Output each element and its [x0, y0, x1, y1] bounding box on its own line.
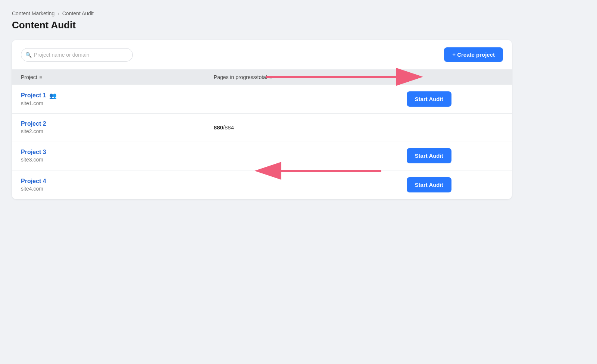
start-audit-button-4[interactable]: Start Audit	[407, 177, 451, 192]
action-cell-3: Start Audit	[407, 148, 503, 163]
table-row: Project 2site2.com880/884	[12, 114, 512, 141]
project-domain-4: site4.com	[21, 186, 214, 192]
breadcrumb: Content Marketing › Content Audit	[12, 10, 585, 16]
breadcrumb-separator: ›	[57, 11, 59, 16]
project-cell-1: Project 1👥site1.com	[21, 92, 214, 106]
project-name-4[interactable]: Project 4	[21, 178, 46, 185]
create-project-label: + Create project	[452, 51, 495, 58]
table-row: Project 3site3.comStart Audit	[12, 141, 512, 170]
create-project-button[interactable]: + Create project	[444, 47, 503, 62]
pages-cell-2: 880/884	[214, 124, 407, 131]
action-cell-1: Start Audit	[407, 91, 503, 107]
project-cell-4: Project 4site4.com	[21, 178, 214, 192]
col-header-pages: Pages in progress/total ≡	[214, 74, 407, 80]
page-title: Content Audit	[12, 19, 585, 31]
search-input[interactable]	[21, 48, 133, 62]
project-name-2[interactable]: Project 2	[21, 120, 46, 127]
start-audit-button-1[interactable]: Start Audit	[407, 91, 451, 107]
table-row: Project 1👥site1.comStart Audit	[12, 85, 512, 114]
project-name-1[interactable]: Project 1	[21, 92, 46, 99]
toolbar: 🔍 + Create project	[12, 40, 512, 70]
table-row: Project 4site4.comStart Audit	[12, 170, 512, 199]
project-domain-2: site2.com	[21, 128, 214, 134]
start-audit-button-3[interactable]: Start Audit	[407, 148, 451, 163]
table-header: Project ≡ Pages in progress/total ≡	[12, 70, 512, 85]
project-cell-3: Project 3site3.com	[21, 149, 214, 163]
users-icon: 👥	[49, 92, 57, 99]
search-wrapper: 🔍	[21, 48, 133, 62]
col-header-project: Project ≡	[21, 74, 214, 80]
project-domain-1: site1.com	[21, 100, 214, 106]
action-cell-4: Start Audit	[407, 177, 503, 192]
project-domain-3: site3.com	[21, 157, 214, 163]
pages-filter-icon[interactable]: ≡	[269, 75, 272, 80]
main-card: 🔍 + Create project Project ≡ Pages in pr…	[12, 40, 512, 199]
col-header-action	[407, 74, 503, 80]
table-body: Project 1👥site1.comStart AuditProject 2s…	[12, 85, 512, 199]
project-name-3[interactable]: Project 3	[21, 149, 46, 156]
project-cell-2: Project 2site2.com	[21, 120, 214, 134]
breadcrumb-parent: Content Marketing	[12, 10, 54, 16]
breadcrumb-current: Content Audit	[62, 10, 94, 16]
project-filter-icon[interactable]: ≡	[40, 75, 43, 80]
